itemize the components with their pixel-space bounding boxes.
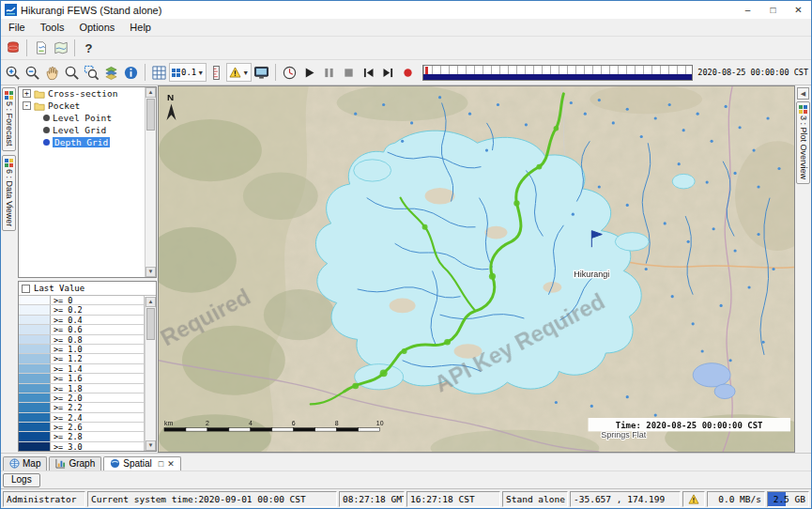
menu-options[interactable]: Options — [71, 19, 122, 36]
legend-row[interactable]: >= 0.4 — [19, 316, 144, 325]
legend-row[interactable]: >= 0.2 — [19, 305, 144, 315]
timeline-slider[interactable] — [422, 65, 693, 81]
zoom-region-button[interactable] — [82, 63, 101, 83]
legend-row[interactable]: >= 0.6 — [19, 325, 144, 334]
open-map-button[interactable] — [31, 39, 51, 58]
pan-button[interactable] — [42, 63, 62, 83]
scroll-up-icon[interactable]: ▲ — [146, 297, 156, 307]
collapse-icon[interactable]: - — [23, 101, 31, 110]
legend-row[interactable]: >= 2.2 — [19, 403, 144, 412]
scroll-down-icon[interactable]: ▼ — [146, 267, 156, 277]
map-viewport[interactable]: API Key Required API Key Required Hikura… — [158, 85, 795, 453]
tab-spatial[interactable]: Spatial □ ✕ — [103, 456, 181, 470]
menu-help[interactable]: Help — [122, 19, 159, 36]
zoom-tool-button[interactable] — [62, 63, 82, 83]
panel-icon — [5, 91, 13, 100]
help-button[interactable]: ? — [79, 39, 99, 58]
legend-row[interactable]: >= 2.0 — [19, 393, 144, 403]
legend-label: >= 3.0 — [51, 442, 83, 451]
collapse-panel-button[interactable]: ◀ — [797, 87, 809, 100]
panel-close-icon[interactable]: ✕ — [167, 459, 175, 469]
sidebar-tab-forecast[interactable]: 5 : Forecast — [2, 87, 16, 151]
stop-button[interactable] — [339, 63, 359, 83]
pause-button[interactable] — [319, 63, 339, 83]
legend-row[interactable]: >= 2.4 — [19, 413, 144, 423]
last-value-checkbox[interactable] — [22, 285, 30, 293]
legend-row[interactable]: >= 2.8 — [19, 432, 144, 441]
logs-button[interactable]: Logs — [3, 473, 40, 487]
layers-button[interactable] — [101, 63, 121, 83]
folder-icon — [34, 101, 45, 111]
legend-scrollbar[interactable]: ▲ ▼ — [145, 297, 156, 451]
display-button[interactable] — [252, 63, 271, 83]
scroll-up-icon[interactable]: ▲ — [146, 87, 156, 98]
legend-swatch — [19, 423, 51, 431]
grid-icon — [151, 65, 167, 81]
sidebar-tab-plot-overview[interactable]: 3 : Plot Overview — [796, 101, 810, 184]
scroll-down-icon[interactable]: ▼ — [146, 440, 156, 451]
legend-row[interactable]: >= 0.8 — [19, 335, 144, 345]
legend-swatch — [19, 384, 51, 393]
tree-item-pocket[interactable]: - Pocket — [19, 100, 156, 112]
zoom-in-button[interactable] — [3, 63, 23, 83]
tree-item-level-point[interactable]: Level Point — [19, 112, 156, 124]
legend-swatch — [19, 432, 51, 440]
legend-label: >= 1.8 — [51, 384, 83, 393]
database-button[interactable] — [3, 39, 23, 58]
zoom-out-button[interactable] — [23, 63, 42, 83]
tree-item-level-grid[interactable]: Level Grid — [19, 124, 156, 136]
menu-file[interactable]: File — [1, 19, 33, 36]
tree-scrollbar[interactable]: ▲ ▼ — [145, 87, 156, 277]
map-display-button[interactable] — [51, 39, 70, 58]
legend-row[interactable]: >= 2.6 — [19, 423, 144, 432]
legend-label: >= 1.2 — [51, 354, 83, 362]
current-time-button[interactable] — [280, 63, 299, 83]
close-button[interactable]: ✕ — [786, 1, 811, 19]
legend-row[interactable]: >= 1.2 — [19, 354, 144, 363]
tab-label: Spatial — [123, 458, 152, 469]
legend-row[interactable]: >= 1.6 — [19, 374, 144, 383]
play-button[interactable] — [299, 63, 319, 83]
warning-icon — [688, 494, 699, 504]
tab-map[interactable]: Map — [3, 456, 47, 470]
legend-swatch — [19, 403, 51, 411]
legend-row[interactable]: >= 3.0 — [19, 442, 144, 452]
scrollbar-thumb[interactable] — [146, 99, 155, 131]
chevron-down-icon: ▼ — [242, 69, 249, 76]
chart-icon — [55, 458, 66, 469]
minimize-button[interactable]: – — [735, 1, 760, 19]
record-button[interactable] — [398, 63, 418, 83]
step-back-button[interactable] — [359, 63, 378, 83]
grid-button[interactable] — [149, 63, 169, 83]
maximize-button[interactable]: □ — [760, 1, 786, 19]
scrollbar-thumb[interactable] — [146, 308, 155, 340]
interval-dropdown[interactable]: 0.1 ▼ — [169, 63, 207, 82]
status-memory-gauge: 2.5 GB — [767, 491, 809, 507]
expand-icon[interactable]: + — [23, 89, 31, 98]
tree-item-label: Level Point — [53, 113, 112, 123]
tree-item-label: Pocket — [48, 100, 80, 111]
scale-tick-label: 8 — [335, 420, 339, 426]
status-warning-cell[interactable] — [682, 491, 705, 507]
timeline-current-mark — [425, 67, 428, 74]
legend-row[interactable]: >= 1.0 — [19, 345, 144, 354]
window-title: Hikurangi FEWS (Stand alone) — [21, 5, 161, 16]
sidebar-tab-data-viewer[interactable]: 6 : Data Viewer — [2, 155, 16, 231]
menu-tools[interactable]: Tools — [33, 19, 72, 36]
warning-dropdown[interactable]: ▼ — [226, 63, 252, 82]
status-memory: 2.5 GB — [774, 494, 805, 504]
scale-button[interactable] — [207, 63, 226, 83]
legend-row[interactable]: >= 0 — [19, 296, 144, 305]
tab-graph[interactable]: Graph — [49, 456, 101, 470]
legend-row[interactable]: >= 1.4 — [19, 364, 144, 374]
tree-item-label: Level Grid — [53, 125, 106, 135]
panel-maximize-icon[interactable]: □ — [159, 459, 163, 469]
legend-swatch — [19, 305, 51, 314]
tree-item-depth-grid[interactable]: Depth Grid — [19, 136, 156, 148]
step-forward-button[interactable] — [378, 63, 398, 83]
legend-label: >= 1.0 — [51, 345, 83, 353]
legend-row[interactable]: >= 1.8 — [19, 384, 144, 393]
info-button[interactable] — [121, 63, 141, 83]
tree-item-cross-section[interactable]: + Cross-section — [19, 87, 156, 100]
map-canvas[interactable]: API Key Required API Key Required Hikura… — [159, 86, 794, 452]
